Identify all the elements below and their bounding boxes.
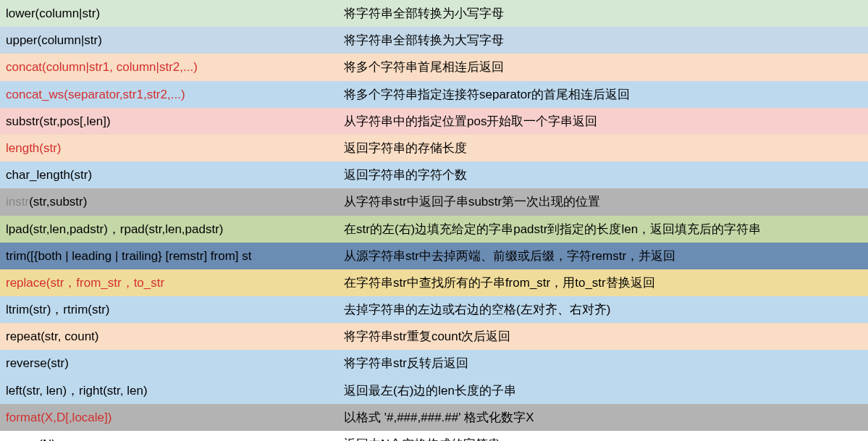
function-signature: space(N) (0, 431, 338, 441)
function-signature: concat(column|str1, column|str2,...) (0, 54, 338, 80)
function-signature: repeat(str, count) (0, 323, 338, 350)
function-signature: substr(str,pos[,len]) (0, 108, 338, 135)
table-row: replace(str，from_str，to_str在字符串str中查找所有的… (0, 269, 868, 296)
function-signature: ltrim(str)，rtrim(str) (0, 296, 338, 323)
function-description: 返回最左(右)边的len长度的子串 (338, 377, 868, 404)
function-description: 从字符串str中返回子串substr第一次出现的位置 (338, 188, 868, 215)
function-description: 将字符串全部转换为大写字母 (338, 27, 868, 54)
table-row: substr(str,pos[,len])从字符串中的指定位置pos开始取一个字… (0, 108, 868, 135)
table-row: concat(column|str1, column|str2,...)将多个字… (0, 54, 868, 80)
function-reference-table: lower(column|str)将字符串全部转换为小写字母upper(colu… (0, 0, 868, 441)
function-description: 去掉字符串的左边或右边的空格(左对齐、右对齐) (338, 296, 868, 323)
function-signature: format(X,D[,locale]) (0, 404, 338, 431)
function-description: 将字符串str重复count次后返回 (338, 323, 868, 350)
table-row: trim([{both | leading | trailing} [remst… (0, 243, 868, 269)
function-description: 将字符串str反转后返回 (338, 350, 868, 377)
function-signature: instr(str,substr) (0, 188, 338, 215)
function-signature: length(str) (0, 135, 338, 161)
function-signature: char_length(str) (0, 161, 338, 188)
function-description: 从源字符串str中去掉两端、前缀或后缀，字符remstr，并返回 (338, 243, 868, 269)
table-row: lpad(str,len,padstr)，rpad(str,len,padstr… (0, 216, 868, 243)
function-signature: reverse(str) (0, 350, 338, 377)
table-row: upper(column|str)将字符串全部转换为大写字母 (0, 27, 868, 54)
table-row: ltrim(str)，rtrim(str)去掉字符串的左边或右边的空格(左对齐、… (0, 296, 868, 323)
function-description: 返回字符串的存储长度 (338, 135, 868, 161)
function-description: 将字符串全部转换为小写字母 (338, 0, 868, 27)
function-signature: left(str, len)，right(str, len) (0, 377, 338, 404)
table-row: left(str, len)，right(str, len)返回最左(右)边的l… (0, 377, 868, 404)
function-description: 在字符串str中查找所有的子串from_str，用to_str替换返回 (338, 269, 868, 296)
table-row: format(X,D[,locale])以格式 '#,###,###.##' 格… (0, 404, 868, 431)
table-row: length(str)返回字符串的存储长度 (0, 135, 868, 161)
function-signature: trim([{both | leading | trailing} [remst… (0, 243, 338, 269)
table-row: char_length(str)返回字符串的字符个数 (0, 161, 868, 188)
function-description: 在str的左(右)边填充给定的字串padstr到指定的长度len，返回填充后的字… (338, 216, 868, 243)
function-signature: concat_ws(separator,str1,str2,...) (0, 81, 338, 108)
function-description: 将多个字符串指定连接符separator的首尾相连后返回 (338, 81, 868, 108)
function-signature: lpad(str,len,padstr)，rpad(str,len,padstr… (0, 216, 338, 243)
function-description: 将多个字符串首尾相连后返回 (338, 54, 868, 80)
function-description: 返回由N个空格构成的字符串 (338, 431, 868, 441)
table-row: concat_ws(separator,str1,str2,...)将多个字符串… (0, 81, 868, 108)
function-description: 以格式 '#,###,###.##' 格式化数字X (338, 404, 868, 431)
function-description: 从字符串中的指定位置pos开始取一个字串返回 (338, 108, 868, 135)
table-row: space(N)返回由N个空格构成的字符串 (0, 431, 868, 441)
table-row: lower(column|str)将字符串全部转换为小写字母 (0, 0, 868, 27)
table-row: reverse(str)将字符串str反转后返回 (0, 350, 868, 377)
function-signature: replace(str，from_str，to_str (0, 269, 338, 296)
table-row: repeat(str, count)将字符串str重复count次后返回 (0, 323, 868, 350)
function-description: 返回字符串的字符个数 (338, 161, 868, 188)
function-signature: lower(column|str) (0, 0, 338, 27)
table-row: instr(str,substr)从字符串str中返回子串substr第一次出现… (0, 188, 868, 215)
function-signature: upper(column|str) (0, 27, 338, 54)
